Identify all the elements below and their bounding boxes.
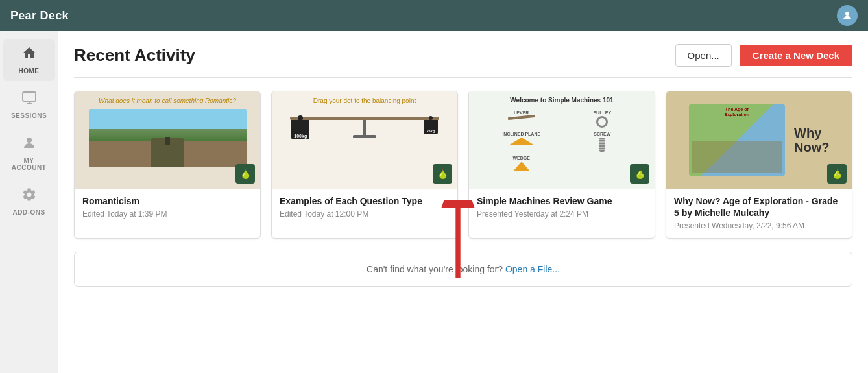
account-icon	[21, 135, 37, 154]
sidebar: HOME SESSIONS MY ACCOUNT	[0, 31, 58, 373]
divider	[74, 77, 852, 78]
card-name-romanticism: Romanticism	[82, 195, 252, 207]
main-content: Recent Activity Open... Create a New Dec…	[58, 31, 868, 373]
weight-right-label: 75kg	[426, 129, 435, 133]
card-meta-machines: Presented Yesterday at 2:24 PM	[477, 210, 647, 219]
card-thumbnail-machines: Welcome to Simple Machines 101 LEVER PUL…	[469, 91, 655, 189]
weight-left-label: 100kg	[294, 134, 307, 138]
header-buttons: Open... Create a New Deck	[675, 44, 852, 67]
card-name-machines: Simple Machines Review Game	[477, 195, 647, 207]
cards-wrapper: What does it mean to call something Roma…	[74, 91, 852, 239]
pear-badge-exploration: 🍐	[827, 164, 847, 184]
card-romanticism[interactable]: What does it mean to call something Roma…	[74, 91, 261, 239]
cards-grid: What does it mean to call something Roma…	[74, 91, 852, 239]
card-age-exploration[interactable]: The Age ofExploration Why Now? 🍐 Why Now…	[666, 91, 852, 239]
top-nav: Pear Deck	[0, 0, 868, 31]
pear-badge-romanticism: 🍐	[235, 164, 255, 184]
card-meta-exploration: Presented Wednesday, 2/22, 9:56 AM	[674, 221, 844, 230]
card-question-type[interactable]: Drag your dot to the balancing point 100…	[271, 91, 458, 239]
svg-point-2	[27, 138, 32, 143]
slide-text-balance: Drag your dot to the balancing point	[313, 97, 416, 105]
card-name-exploration: Why Now? Age of Exploration - Grade 5 by…	[674, 195, 844, 219]
pear-badge-question-type: 🍐	[433, 164, 452, 184]
open-button[interactable]: Open...	[675, 44, 732, 67]
card-meta-romanticism: Edited Today at 1:39 PM	[82, 210, 252, 219]
slide-text-romanticism: What does it mean to call something Roma…	[99, 97, 236, 105]
sidebar-item-add-ons-label: ADD-ONS	[12, 209, 45, 216]
card-thumbnail-romanticism: What does it mean to call something Roma…	[75, 91, 260, 189]
card-name-question-type: Examples of Each Question Type	[280, 195, 450, 207]
create-new-deck-button[interactable]: Create a New Deck	[740, 45, 852, 66]
slide-text-machines: Welcome to Simple Machines 101	[510, 97, 613, 104]
card-info-romanticism: Romanticism Edited Today at 1:39 PM	[75, 189, 260, 226]
page-title: Recent Activity	[74, 45, 195, 66]
card-info-machines: Simple Machines Review Game Presented Ye…	[469, 189, 655, 226]
main-layout: HOME SESSIONS MY ACCOUNT	[0, 31, 868, 373]
cant-find-section: Can't find what you're looking for? Open…	[74, 252, 852, 287]
card-thumbnail-exploration: The Age ofExploration Why Now? 🍐	[666, 91, 852, 189]
open-file-link[interactable]: Open a File...	[505, 264, 560, 274]
pear-badge-machines: 🍐	[630, 164, 649, 184]
card-info-question-type: Examples of Each Question Type Edited To…	[272, 189, 457, 226]
sidebar-item-my-account-label: MY ACCOUNT	[8, 157, 50, 171]
sidebar-item-my-account[interactable]: MY ACCOUNT	[3, 128, 55, 178]
sidebar-item-sessions[interactable]: SESSIONS	[3, 84, 55, 126]
sidebar-item-home[interactable]: HOME	[3, 39, 55, 81]
card-thumbnail-balance: Drag your dot to the balancing point 100…	[272, 91, 457, 189]
sidebar-item-sessions-label: SESSIONS	[11, 112, 47, 119]
cant-find-text: Can't find what you're looking for?	[367, 264, 503, 274]
avatar[interactable]	[837, 5, 858, 26]
home-icon	[21, 45, 37, 65]
sidebar-item-home-label: HOME	[19, 67, 40, 75]
app-title: Pear Deck	[10, 9, 69, 23]
sessions-icon	[21, 90, 37, 110]
svg-rect-1	[23, 92, 36, 101]
card-meta-question-type: Edited Today at 12:00 PM	[280, 210, 450, 219]
card-simple-machines[interactable]: Welcome to Simple Machines 101 LEVER PUL…	[468, 91, 655, 239]
card-info-exploration: Why Now? Age of Exploration - Grade 5 by…	[666, 189, 852, 238]
addons-icon	[21, 187, 37, 206]
sidebar-item-add-ons[interactable]: ADD-ONS	[3, 180, 55, 223]
content-header: Recent Activity Open... Create a New Dec…	[74, 44, 852, 67]
svg-point-0	[845, 12, 849, 16]
